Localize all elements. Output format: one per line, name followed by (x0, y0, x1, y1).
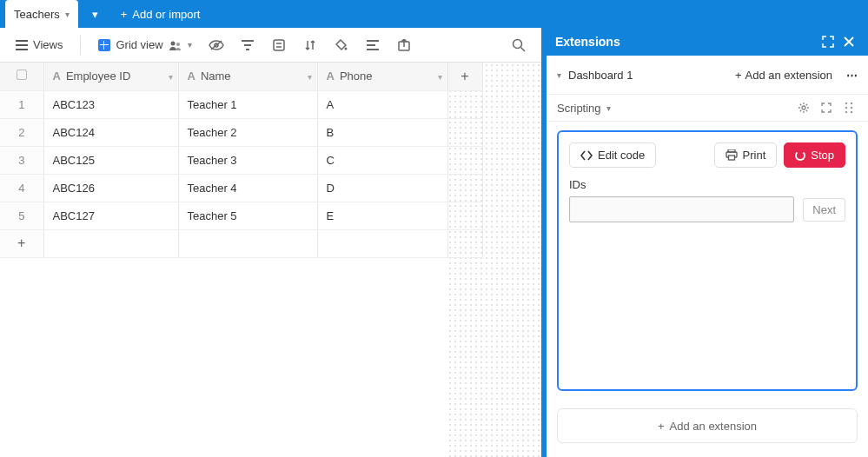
stop-button[interactable]: Stop (784, 142, 845, 168)
cell-empty (447, 202, 482, 229)
select-all-header[interactable] (0, 63, 43, 90)
data-table: AEmployee ID ▾ AName ▾ APhone ▾ + (0, 63, 483, 258)
cell-employee-id[interactable]: ABC127 (43, 202, 178, 229)
column-header-employee-id[interactable]: AEmployee ID ▾ (43, 63, 178, 90)
grid-view-label: Grid view (116, 38, 162, 51)
hide-fields-button[interactable] (204, 33, 229, 57)
cell-name[interactable]: Teacher 2 (178, 118, 317, 146)
text-field-icon: A (53, 70, 61, 83)
edit-code-button[interactable]: Edit code (569, 142, 656, 168)
group-icon (273, 39, 285, 51)
svg-line-8 (521, 47, 526, 51)
printer-icon (726, 149, 738, 161)
chevron-down-icon: ▾ (606, 103, 611, 113)
row-height-button[interactable] (361, 33, 385, 57)
share-icon (398, 39, 410, 51)
cell-name[interactable]: Teacher 4 (178, 174, 317, 202)
people-icon (169, 40, 182, 50)
svg-point-13 (851, 107, 852, 109)
cell-employee-id[interactable]: ABC123 (43, 90, 178, 118)
views-label: Views (33, 38, 63, 51)
cell-phone[interactable]: A (317, 90, 447, 118)
cell-employee-id[interactable]: ABC126 (43, 174, 178, 202)
eye-off-icon (209, 40, 224, 50)
spinner-icon (795, 150, 805, 161)
dashboard-name[interactable]: Dashboard 1 (568, 69, 633, 82)
row-height-icon (367, 40, 379, 50)
tab-overflow-button[interactable]: ▾ (83, 0, 107, 28)
print-button[interactable]: Print (714, 142, 778, 168)
views-button[interactable]: Views (10, 35, 68, 55)
cell-phone[interactable]: E (317, 202, 447, 229)
expand-icon (822, 36, 834, 48)
next-button[interactable]: Next (803, 198, 845, 222)
checkbox-icon (17, 70, 27, 80)
row-number: 3 (0, 146, 43, 174)
table-row[interactable]: 1ABC123Teacher 1A (0, 90, 482, 118)
share-view-button[interactable] (392, 33, 416, 57)
row-number: 2 (0, 118, 43, 146)
text-field-icon: A (327, 70, 335, 83)
sort-button[interactable] (298, 33, 322, 57)
svg-rect-18 (728, 156, 734, 160)
cell-empty (447, 174, 482, 202)
extension-settings-button[interactable] (795, 99, 812, 116)
svg-rect-4 (274, 40, 284, 50)
column-header-name[interactable]: AName ▾ (178, 63, 317, 90)
add-or-import-button[interactable]: + Add or import (112, 0, 209, 28)
table-row[interactable]: 2ABC124Teacher 2B (0, 118, 482, 146)
column-header-phone[interactable]: APhone ▾ (317, 63, 447, 90)
cell-phone[interactable]: B (317, 118, 447, 146)
table-tab-teachers[interactable]: Teachers ▾ (5, 0, 78, 28)
chevron-down-icon: ▾ (308, 71, 312, 81)
dashboard-more-button[interactable]: ⋯ (846, 69, 858, 82)
svg-point-15 (851, 111, 852, 113)
cell-name[interactable]: Teacher 1 (178, 90, 317, 118)
svg-point-1 (176, 43, 180, 46)
grid-view-button[interactable]: Grid view ▾ (93, 35, 196, 55)
extensions-title: Extensions (555, 35, 620, 49)
add-extension-button[interactable]: + Add an extension (735, 69, 832, 82)
chevron-down-icon: ▾ (169, 71, 173, 81)
scripting-title[interactable]: Scripting (557, 102, 601, 115)
cell-phone[interactable]: C (317, 146, 447, 174)
row-number: 1 (0, 90, 43, 118)
chevron-down-icon: ▾ (92, 8, 98, 21)
search-icon (512, 38, 526, 52)
code-icon (580, 150, 593, 161)
cell-name[interactable]: Teacher 3 (178, 146, 317, 174)
gear-icon (798, 102, 810, 114)
color-button[interactable] (329, 33, 354, 57)
menu-icon (16, 40, 28, 50)
cell-employee-id[interactable]: ABC125 (43, 146, 178, 174)
expand-extensions-button[interactable] (818, 31, 838, 52)
drag-handle-icon (845, 102, 853, 114)
grid-icon (98, 39, 110, 51)
extension-expand-button[interactable] (818, 99, 835, 116)
sort-icon (304, 39, 316, 51)
scripting-extension-card: Edit code Print Stop IDs (557, 130, 858, 391)
cell-empty (447, 146, 482, 174)
add-column-button[interactable]: + (447, 63, 482, 90)
close-extensions-button[interactable] (838, 31, 859, 52)
add-row-button[interactable]: + (0, 229, 43, 257)
row-number: 5 (0, 202, 43, 229)
svg-point-12 (845, 107, 847, 109)
extension-drag-handle[interactable] (840, 99, 858, 116)
table-row[interactable]: 3ABC125Teacher 3C (0, 146, 482, 174)
ids-input[interactable] (569, 196, 794, 222)
cell-phone[interactable]: D (317, 174, 447, 202)
plus-icon: + (658, 420, 665, 433)
collapse-dashboard-icon[interactable]: ▾ (557, 70, 561, 80)
search-button[interactable] (507, 33, 531, 57)
add-extension-row[interactable]: + Add an extension (557, 408, 858, 443)
table-row[interactable]: 4ABC126Teacher 4D (0, 174, 482, 202)
group-button[interactable] (267, 33, 291, 57)
table-row[interactable]: 5ABC127Teacher 5E (0, 202, 482, 229)
add-or-import-label: Add or import (132, 8, 200, 21)
tab-label: Teachers (14, 8, 60, 21)
cell-employee-id[interactable]: ABC124 (43, 118, 178, 146)
filter-button[interactable] (235, 33, 260, 57)
cell-name[interactable]: Teacher 5 (178, 202, 317, 229)
plus-icon: + (461, 69, 468, 83)
